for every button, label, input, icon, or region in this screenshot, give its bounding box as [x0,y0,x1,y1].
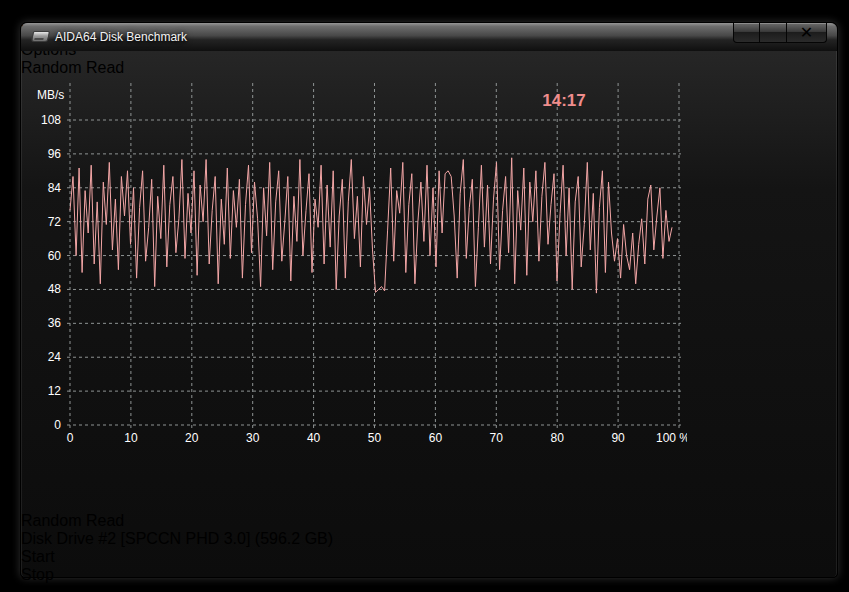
start-button[interactable]: Start [21,548,837,566]
svg-text:MB/s: MB/s [37,88,64,102]
svg-text:100 %: 100 % [656,431,687,445]
svg-text:48: 48 [48,282,62,296]
svg-text:70: 70 [490,431,504,445]
benchmark-type-select[interactable]: Random Read [21,512,837,530]
svg-text:50: 50 [368,431,382,445]
svg-text:24: 24 [48,350,62,364]
svg-text:84: 84 [48,181,62,195]
tab-page: 0102030405060708090100 %1089684726048362… [21,77,837,512]
svg-text:0: 0 [54,418,61,432]
svg-text:80: 80 [551,431,565,445]
tab-random-read[interactable]: Random Read [21,59,837,77]
svg-text:60: 60 [429,431,443,445]
watermark: xtremehardware.com [0,0,849,18]
save-button[interactable]: Save [21,584,837,592]
app-window: AIDA64 Disk Benchmark ✕ File Options Ran… [20,22,838,578]
chart-canvas: 0102030405060708090100 %1089684726048362… [21,77,687,508]
window-title: AIDA64 Disk Benchmark [55,30,187,44]
close-icon: ✕ [800,23,813,42]
close-button[interactable]: ✕ [787,23,827,43]
svg-text:12: 12 [48,384,62,398]
svg-text:96: 96 [48,147,62,161]
disk-drive-select[interactable]: Disk Drive #2 [SPCCN PHD 3.0] (596.2 GB) [21,530,837,548]
title-bar[interactable]: AIDA64 Disk Benchmark ✕ [21,23,837,51]
watermark-text: xtremehardware.com [0,0,849,18]
svg-text:90: 90 [611,431,625,445]
disk-drive-icon [31,31,50,42]
svg-text:20: 20 [185,431,199,445]
svg-text:14:17: 14:17 [542,91,585,110]
stop-button[interactable]: Stop [21,566,837,584]
svg-text:10: 10 [124,431,138,445]
svg-text:0: 0 [67,431,74,445]
svg-text:108: 108 [41,113,61,127]
svg-text:72: 72 [48,215,62,229]
maximize-button[interactable] [760,23,787,43]
minimize-button[interactable] [733,23,760,43]
client-area: File Options Random Read 010203040506070… [21,23,837,592]
svg-text:30: 30 [246,431,260,445]
benchmark-chart: 0102030405060708090100 %1089684726048362… [21,77,837,512]
svg-text:60: 60 [48,249,62,263]
svg-text:40: 40 [307,431,321,445]
svg-text:36: 36 [48,316,62,330]
caption-buttons: ✕ [733,23,827,43]
benchmark-type-value: Random Read [21,512,124,529]
disk-drive-value: Disk Drive #2 [SPCCN PHD 3.0] (596.2 GB) [21,530,333,547]
